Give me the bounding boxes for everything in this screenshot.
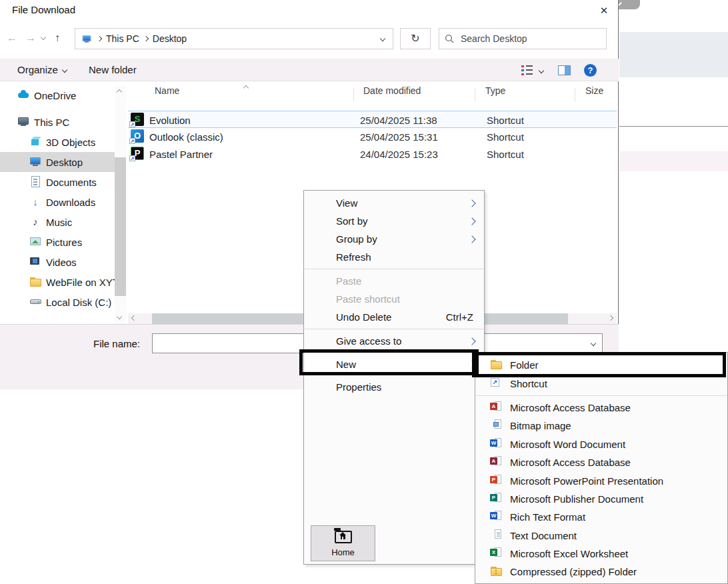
sidebar-item-local-disk-c[interactable]: Local Disk (C:) (0, 292, 115, 312)
breadcrumb-this-pc[interactable]: This PC (106, 33, 139, 44)
scrollbar-thumb[interactable] (115, 157, 126, 296)
screen: File Download ✕ ← → ↑ This PC Desktop ↻ … (0, 0, 728, 584)
scroll-up-icon[interactable] (117, 89, 122, 95)
column-header-date[interactable]: Date modified (363, 85, 421, 105)
sidebar-item-3d-objects[interactable]: 3D Objects (0, 132, 115, 152)
breadcrumb-separator-icon (97, 36, 102, 41)
sidebar-item-music[interactable]: ♪Music (0, 212, 115, 232)
menu-item-label: Give access to (336, 335, 401, 347)
view-mode-dropdown-icon[interactable] (539, 67, 544, 73)
submenu-item-label: Microsoft Access Database (510, 402, 631, 413)
file-type: Shortcut (487, 145, 524, 163)
menu-item-group-by[interactable]: Group by (304, 230, 484, 248)
sidebar-item-documents[interactable]: Documents (0, 172, 115, 192)
sidebar-item-this-pc[interactable]: This PC (0, 112, 115, 132)
sidebar-item-desktop[interactable]: Desktop (0, 152, 115, 172)
scroll-right-icon[interactable] (608, 315, 613, 321)
pc-icon (17, 115, 29, 129)
submenu-item-label: Text Document (510, 530, 577, 541)
sidebar-item-onedrive[interactable]: OneDrive (0, 85, 115, 105)
refresh-button[interactable]: ↻ (400, 28, 431, 49)
submenu-item-microsoft-excel-worksheet[interactable]: XMicrosoft Excel Worksheet (475, 545, 727, 563)
rtf-icon: W (490, 511, 502, 523)
menu-item-label: View (336, 197, 357, 209)
sidebar-item-label: OneDrive (34, 90, 76, 101)
file-row-outlook-classic[interactable]: O↗Outlook (classic)25/04/2025 15:31Short… (128, 128, 617, 145)
menu-item-properties[interactable]: Properties (304, 378, 484, 396)
close-icon[interactable]: ✕ (596, 3, 612, 19)
scroll-left-icon[interactable] (131, 315, 137, 321)
history-chevron-icon[interactable] (41, 35, 46, 40)
up-icon[interactable]: ↑ (55, 31, 60, 45)
submenu-item-label: Compressed (zipped) Folder (510, 566, 637, 577)
forward-icon[interactable]: → (25, 31, 36, 45)
file-date-modified: 25/04/2025 15:31 (360, 128, 438, 145)
evolution-icon: S↗ (131, 113, 144, 128)
search-input[interactable] (459, 33, 601, 45)
new-folder-button[interactable]: New folder (89, 64, 137, 75)
file-row-evolution[interactable]: S↗Evolution25/04/2025 11:38Shortcut (128, 111, 617, 128)
sidebar-item-pictures[interactable]: Pictures (0, 232, 115, 252)
sidebar-item-videos[interactable]: Videos (0, 252, 115, 272)
help-icon[interactable]: ? (584, 64, 597, 77)
preview-pane-icon[interactable] (558, 65, 571, 75)
column-header-type[interactable]: Type (485, 85, 505, 105)
menu-item-label: Paste shortcut (336, 293, 400, 305)
menu-item-paste-shortcut[interactable]: Paste shortcut (304, 290, 484, 308)
menu-item-paste[interactable]: Paste (304, 272, 484, 290)
column-header-size[interactable]: Size (585, 85, 603, 105)
back-icon[interactable]: ← (7, 31, 17, 45)
submenu-item-rich-text-format[interactable]: WRich Text Format (475, 508, 727, 526)
menu-item-new[interactable]: New (304, 355, 484, 373)
file-name: Outlook (classic) (149, 131, 223, 143)
context-menu: ViewSort byGroup byRefreshPastePaste sho… (303, 190, 485, 565)
new-submenu: Folder↗ShortcutAMicrosoft Access Databas… (475, 352, 728, 584)
submenu-item-shortcut[interactable]: ↗Shortcut (475, 374, 727, 392)
menu-item-sort-by[interactable]: Sort by (304, 212, 484, 230)
sidebar-item-label: 3D Objects (46, 137, 95, 148)
menu-item-label: Group by (336, 233, 377, 245)
breadcrumb-desktop[interactable]: Desktop (153, 33, 187, 44)
powerpoint-icon: P (490, 475, 502, 487)
outlook-icon: O↗ (131, 129, 144, 145)
home-button[interactable]: Home (311, 525, 375, 561)
background-band (619, 151, 728, 171)
menu-shortcut: Ctrl+Z (446, 308, 473, 326)
submenu-item-microsoft-powerpoint-presentation[interactable]: PMicrosoft PowerPoint Presentation (475, 471, 727, 489)
pastel-icon: P↗ (131, 147, 144, 162)
address-dropdown-icon[interactable] (380, 36, 385, 41)
organize-button[interactable]: Organize (17, 64, 67, 75)
breadcrumb[interactable]: This PC Desktop (75, 28, 393, 49)
search-icon (445, 34, 454, 43)
filename-label: File name: (93, 338, 140, 349)
submenu-item-text-document[interactable]: Text Document (475, 527, 727, 545)
submenu-item-bitmap-image[interactable]: Bitmap image (475, 417, 727, 435)
access2-icon: A (490, 456, 502, 469)
sidebar-item-label: This PC (34, 117, 69, 128)
sidebar-scrollbar[interactable] (115, 85, 126, 324)
filename-dropdown-icon[interactable] (591, 341, 596, 346)
search-box[interactable] (439, 28, 607, 49)
location-icon (82, 34, 91, 43)
column-divider (353, 88, 354, 101)
submenu-item-microsoft-access-database[interactable]: AMicrosoft Access Database (475, 453, 727, 471)
sidebar-item-label: Documents (46, 177, 97, 188)
folder-icon (29, 276, 41, 289)
submenu-item-folder[interactable]: Folder (475, 356, 727, 374)
column-header-name[interactable]: Name (155, 85, 179, 105)
submenu-item-microsoft-word-document[interactable]: WMicrosoft Word Document (475, 435, 727, 453)
menu-item-undo-delete[interactable]: Undo DeleteCtrl+Z (304, 308, 484, 326)
menu-item-give-access-to[interactable]: Give access to (304, 332, 484, 350)
publisher-icon: P (490, 493, 502, 505)
submenu-item-microsoft-publisher-document[interactable]: PMicrosoft Publisher Document (475, 490, 727, 508)
menu-item-view[interactable]: View (304, 194, 484, 212)
file-row-pastel-partner[interactable]: P↗Pastel Partner24/04/2025 15:23Shortcut (128, 145, 617, 163)
sidebar-item-downloads[interactable]: ↓Downloads (0, 192, 115, 212)
scroll-down-icon[interactable] (117, 314, 122, 319)
menu-item-refresh[interactable]: Refresh (304, 248, 484, 266)
submenu-item-label: Microsoft PowerPoint Presentation (510, 475, 663, 487)
view-mode-icon[interactable] (521, 65, 533, 75)
submenu-item-compressed-zipped-folder[interactable]: Compressed (zipped) Folder (475, 563, 727, 581)
submenu-item-microsoft-access-database[interactable]: AMicrosoft Access Database (475, 399, 727, 417)
sidebar-item-webfile-on-xyt6[interactable]: WebFile on XYT6 (0, 272, 115, 292)
